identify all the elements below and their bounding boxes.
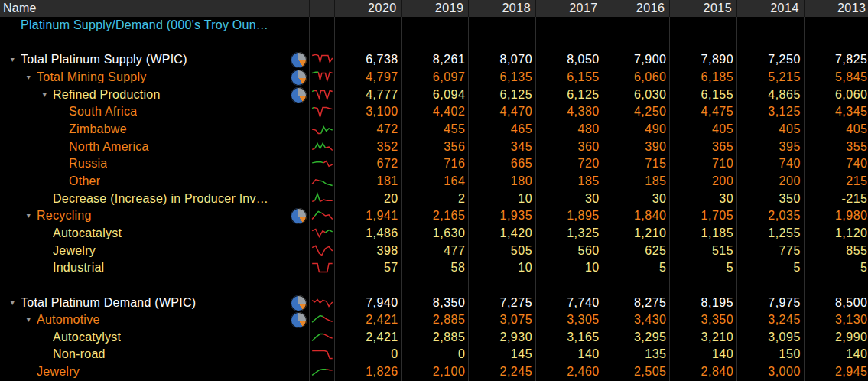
value-cell: 150 — [737, 346, 805, 363]
sparkline-chart[interactable] — [311, 312, 334, 327]
sparkline-chart[interactable] — [311, 295, 334, 311]
pie-cell — [288, 138, 310, 156]
value-cell: 140 — [670, 346, 737, 363]
sparkline-chart[interactable] — [311, 52, 334, 67]
value-cell: 140 — [536, 346, 603, 363]
row-label: Total Mining Supply — [37, 69, 147, 86]
value-cell: 352 — [335, 138, 402, 156]
table-row[interactable]: ▾Recycling1,9412,1651,9351,8951,8401,705… — [0, 207, 868, 225]
sparkline-chart[interactable] — [311, 243, 334, 259]
table-row[interactable]: ▾Refined Production4,7776,0946,1256,1256… — [0, 86, 868, 104]
sparkline-chart[interactable] — [311, 122, 334, 137]
spacer-row — [0, 34, 868, 52]
value-cell: 6,738 — [335, 51, 402, 69]
value-cell: 3,000 — [737, 363, 805, 381]
spark-cell — [310, 17, 335, 34]
pie-chart-icon[interactable] — [291, 87, 307, 103]
table-row[interactable]: Russia672716665720715710740740 — [0, 155, 868, 173]
table-row[interactable]: Autocatylyst2,4212,8852,9303,1653,2953,2… — [0, 329, 868, 347]
table-row[interactable]: Jewelry398477505560625515775855 — [0, 243, 868, 260]
sparkline-chart[interactable] — [311, 364, 334, 379]
sparkline-chart[interactable] — [311, 347, 334, 362]
caret-down-icon[interactable]: ▾ — [5, 295, 21, 312]
caret-down-icon[interactable]: ▾ — [37, 86, 53, 104]
spacer-row — [0, 277, 868, 295]
value-cell: 1,895 — [536, 207, 603, 225]
value-cell: 10 — [469, 190, 536, 208]
value-cell: 181 — [335, 173, 402, 190]
value-cell: 665 — [469, 155, 536, 173]
sparkline-chart[interactable] — [311, 70, 334, 85]
value-cell: 505 — [469, 243, 536, 260]
row-label: Other — [69, 173, 100, 190]
table-row[interactable]: Other181164180185185200200215 — [0, 173, 868, 190]
pie-cell — [288, 190, 310, 208]
row-name-cell: Autocatalyst — [0, 225, 288, 243]
row-label: Refined Production — [53, 86, 161, 104]
sparkline-chart[interactable] — [311, 156, 334, 171]
pie-chart-icon[interactable] — [291, 208, 307, 224]
table-row[interactable]: ▾Total Platinum Demand (WPIC)7,9408,3507… — [0, 295, 868, 312]
value-cell: 10 — [536, 259, 603, 277]
value-cell: 4,345 — [805, 103, 868, 121]
pie-chart-icon[interactable] — [291, 52, 307, 68]
spark-cell — [310, 51, 335, 69]
column-header-year[interactable]: 2017 — [536, 0, 603, 17]
value-cell: 3,295 — [603, 329, 671, 347]
caret-down-icon[interactable]: ▾ — [21, 311, 37, 329]
column-header-year[interactable]: 2019 — [402, 0, 470, 17]
sparkline-chart[interactable] — [311, 330, 334, 345]
column-header-year[interactable]: 2013 — [805, 0, 868, 17]
table-row[interactable]: Autocatalyst1,4861,6301,4201,3251,2101,1… — [0, 225, 868, 243]
row-label: South Africa — [69, 103, 137, 121]
sparkline-chart[interactable] — [311, 139, 334, 155]
sparkline-chart[interactable] — [311, 87, 334, 103]
row-label: Jewelry — [37, 363, 80, 381]
spark-cell — [310, 34, 335, 52]
table-row[interactable]: ▾Total Mining Supply4,7976,0976,1356,155… — [0, 69, 868, 86]
value-cell: 0 — [335, 346, 402, 363]
value-cell: 7,900 — [603, 51, 671, 69]
table-row[interactable]: South Africa3,1004,4024,4704,3804,2504,4… — [0, 103, 868, 121]
column-header-year[interactable]: 2016 — [603, 0, 671, 17]
value-cell: 3,210 — [670, 329, 737, 347]
spark-cell — [310, 363, 335, 381]
row-label: Zimbabwe — [69, 121, 127, 138]
value-cell — [402, 34, 470, 52]
column-header-year[interactable]: 2018 — [469, 0, 536, 17]
table-row[interactable]: Jewelry1,8262,1002,2452,4602,5052,8403,0… — [0, 363, 868, 381]
value-cell: 6,060 — [805, 86, 868, 104]
value-cell: 405 — [670, 121, 737, 138]
pie-chart-icon[interactable] — [291, 295, 307, 311]
value-cell: 2,840 — [670, 363, 737, 381]
caret-down-icon[interactable]: ▾ — [21, 207, 37, 225]
caret-down-icon[interactable]: ▾ — [5, 51, 21, 69]
pie-chart-icon[interactable] — [291, 312, 307, 328]
table-row[interactable]: Non-road00145140135140150140 — [0, 346, 868, 363]
table-row[interactable]: Platinum Supply/Demand (000's Troy Oun… — [0, 17, 868, 34]
sparkline-chart[interactable] — [311, 174, 334, 189]
table-row[interactable]: Zimbabwe472455465480490405405405 — [0, 121, 868, 138]
sparkline-chart[interactable] — [311, 191, 334, 207]
pie-chart-icon[interactable] — [291, 70, 307, 86]
value-cell: 3,430 — [603, 311, 671, 329]
sparkline-chart[interactable] — [311, 226, 334, 241]
value-cell: 6,094 — [402, 86, 470, 104]
value-cell: 2,421 — [335, 311, 402, 329]
column-header-year[interactable]: 2015 — [670, 0, 737, 17]
caret-down-icon[interactable]: ▾ — [21, 69, 37, 86]
table-row[interactable]: North America352356345360390365395355 — [0, 138, 868, 156]
sparkline-chart[interactable] — [311, 208, 334, 223]
table-row[interactable]: ▾Total Platinum Supply (WPIC)6,7388,2618… — [0, 51, 868, 69]
spark-cell — [310, 86, 335, 104]
column-header-year[interactable]: 2020 — [335, 0, 402, 17]
table-row[interactable]: Decrease (Increase) in Producer Inv…2021… — [0, 190, 868, 208]
sparkline-chart[interactable] — [311, 260, 334, 275]
column-header-year[interactable]: 2014 — [737, 0, 805, 17]
column-header-name[interactable]: Name — [0, 0, 288, 17]
table-row[interactable]: ▾Automotive2,4212,8853,0753,3053,4303,35… — [0, 311, 868, 329]
value-cell: 8,350 — [402, 295, 470, 312]
value-cell: 3,305 — [536, 311, 603, 329]
table-row[interactable]: Industrial575810105555 — [0, 259, 868, 277]
sparkline-chart[interactable] — [311, 104, 334, 119]
